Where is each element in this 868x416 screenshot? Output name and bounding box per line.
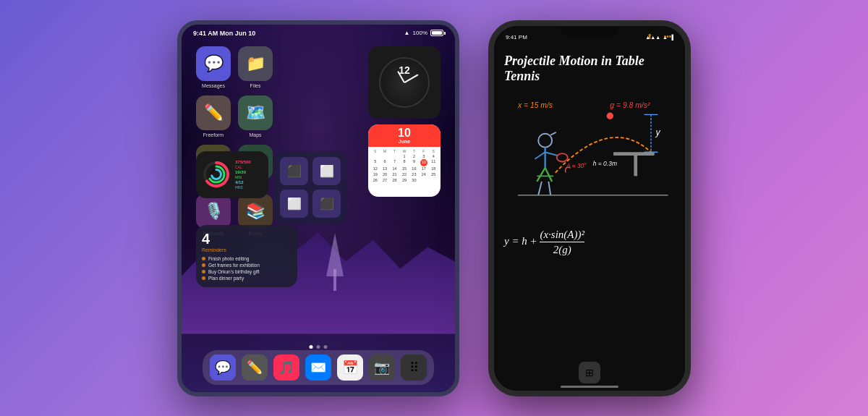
clock-face: 12	[379, 57, 430, 108]
svg-line-22	[545, 152, 558, 156]
svg-point-18	[538, 133, 552, 147]
sq-icon-2[interactable]: ⬜	[312, 157, 341, 185]
dock-messages[interactable]: 💬	[210, 355, 236, 381]
formula-main: y = h + (x·sin(A))² 2(g)	[504, 228, 675, 256]
dock-calendar[interactable]: 📅	[337, 355, 363, 381]
wifi-icon: ▲	[404, 30, 410, 36]
ipad-screen: 9:41 AM Mon Jun 10 ▲ 100% 💬 Messages 📁 F…	[182, 25, 455, 392]
sq-icon-3[interactable]: ⬜	[280, 190, 308, 218]
svg-line-21	[535, 152, 545, 158]
calendar-week3: 12131415161718	[370, 166, 438, 172]
dock-music[interactable]: 🎵	[273, 355, 299, 381]
reminder-item-4: Plan dinner party	[202, 275, 292, 281]
status-time: 9:41 AM Mon Jun 10	[193, 30, 255, 37]
formula-section: y = h + (x·sin(A))² 2(g)	[504, 225, 675, 259]
app-messages[interactable]: 💬 Messages	[196, 46, 231, 88]
app-files[interactable]: 📁 Files	[238, 46, 273, 88]
ipad-dock: 💬 ✏️ 🎵 ✉️ 📅 📷 ⠿	[203, 350, 434, 385]
app-files-label: Files	[250, 83, 261, 88]
activity-widget: 375/500 CAL 19/30 MIN 4/12 HRS	[196, 151, 268, 198]
notebook-title: Projectile Motion in Table Tennis	[504, 54, 675, 85]
action-dot-menu[interactable]: •••	[660, 30, 675, 44]
calendar-header: 10 June	[368, 124, 441, 147]
reminder-dot-3	[202, 270, 205, 273]
dock-mail[interactable]: ✉️	[305, 355, 331, 381]
calendar-body: SMTWTFS 1234 567891011 12131415161718 19…	[368, 147, 441, 186]
calendar-month: June	[371, 139, 438, 144]
notebook-content: Projectile Motion in Table Tennis x = 15…	[494, 46, 685, 355]
app-freeform-label: Freeform	[203, 132, 224, 137]
app-freeform[interactable]: ✏️ Freeform	[196, 95, 231, 137]
app-maps-label: Maps	[249, 132, 261, 137]
battery-icon	[430, 30, 443, 36]
app-maps-icon: 🗺️	[238, 95, 273, 130]
reminder-item-2: Get frames for exhibition	[202, 262, 292, 268]
page-dot-1[interactable]	[310, 345, 313, 349]
status-icons: ▲ 100%	[404, 30, 443, 36]
app-messages-icon: 💬	[196, 46, 231, 81]
app-files-icon: 📁	[238, 46, 273, 81]
reminder-text-3: Buy Orkun's birthday gift	[208, 269, 260, 274]
reminder-item-1: Finish photo editing	[202, 255, 292, 262]
reminders-widget: 4 Reminders Finish photo editing Get fra…	[196, 225, 297, 287]
physics-diagram: x = 15 m/s g = 9.8 m/s² y	[504, 90, 675, 221]
svg-point-23	[557, 153, 568, 161]
page-dot-3[interactable]	[324, 345, 328, 349]
right-widgets: 12 10 June SMTWTFS 1234	[368, 46, 441, 197]
svg-rect-15	[634, 156, 637, 176]
reminder-dot-2	[202, 263, 205, 267]
dock-camera[interactable]: 📷	[369, 355, 395, 381]
svg-text:h = 0.3m: h = 0.3m	[593, 160, 617, 167]
dock-grid[interactable]: ⠿	[401, 355, 427, 381]
svg-text:A = 30°: A = 30°	[566, 162, 587, 169]
reminder-text-4: Plan dinner party	[208, 276, 244, 281]
middle-widgets: 375/500 CAL 19/30 MIN 4/12 HRS ⬛ ⬜ ⬜ ⬛	[196, 151, 346, 224]
page-dot-2[interactable]	[317, 345, 320, 349]
app-freeform-icon: ✏️	[196, 95, 231, 130]
calendar-day-number: 10	[371, 127, 438, 139]
clock-widget: 12	[368, 46, 441, 119]
svg-rect-14	[613, 152, 655, 156]
calendar-days-header: SMTWTFS	[370, 149, 438, 153]
app-messages-label: Messages	[202, 83, 225, 88]
svg-line-27	[538, 182, 542, 195]
svg-line-28	[548, 182, 550, 195]
svg-line-25	[545, 168, 552, 182]
sq-icon-4[interactable]: ⬛	[312, 190, 341, 218]
svg-text:y: y	[655, 127, 661, 137]
toolbar-calculator-btn[interactable]: ⊞	[579, 362, 600, 383]
page-dots	[310, 345, 328, 349]
reminder-dot-4	[202, 276, 205, 280]
svg-text:x = 15 m/s: x = 15 m/s	[517, 101, 553, 109]
battery-percent: 100%	[413, 30, 427, 36]
dock-edit[interactable]: ✏️	[242, 355, 268, 381]
reminders-label: Reminders	[202, 247, 292, 252]
ipad-device: 9:41 AM Mon Jun 10 ▲ 100% 💬 Messages 📁 F…	[177, 20, 459, 396]
activity-calories: 375/500	[235, 160, 251, 164]
iphone-toolbar: ⊞	[579, 362, 600, 383]
sq-icon-1[interactable]: ⬛	[280, 157, 308, 185]
reminder-text-1: Finish photo editing	[208, 256, 249, 261]
activity-hours: 4/12	[235, 180, 251, 184]
reminders-count: 4	[202, 231, 292, 247]
iphone-status-time: 9:41 PM	[506, 34, 527, 41]
activity-ring	[202, 160, 231, 189]
reminder-text-2: Get frames for exhibition	[208, 263, 260, 268]
tree-silhouette	[324, 233, 346, 291]
iphone-notch	[561, 26, 618, 36]
svg-line-24	[537, 168, 545, 182]
svg-line-19	[550, 132, 556, 135]
calendar-today: 10	[420, 159, 427, 166]
app-maps[interactable]: 🗺️ Maps	[238, 95, 273, 137]
home-indicator[interactable]	[561, 386, 618, 388]
activity-minutes-unit: MIN	[235, 175, 251, 179]
sq-icons-widget: ⬛ ⬜ ⬜ ⬛	[274, 151, 346, 224]
activity-minutes: 19/30	[235, 170, 251, 174]
iphone-screen: 9:41 PM ▲▲▲ ▲ ▐ ⬆ ••• Projectile Motion …	[494, 26, 685, 391]
svg-text:g = 9.8 m/s²: g = 9.8 m/s²	[610, 101, 650, 109]
action-share-icon[interactable]: ⬆	[642, 30, 657, 44]
reminder-dot-1	[202, 257, 205, 260]
calendar-week2: 567891011	[370, 159, 438, 166]
reminder-item-3: Buy Orkun's birthday gift	[202, 268, 292, 275]
calculator-icon: ⊞	[585, 367, 594, 378]
